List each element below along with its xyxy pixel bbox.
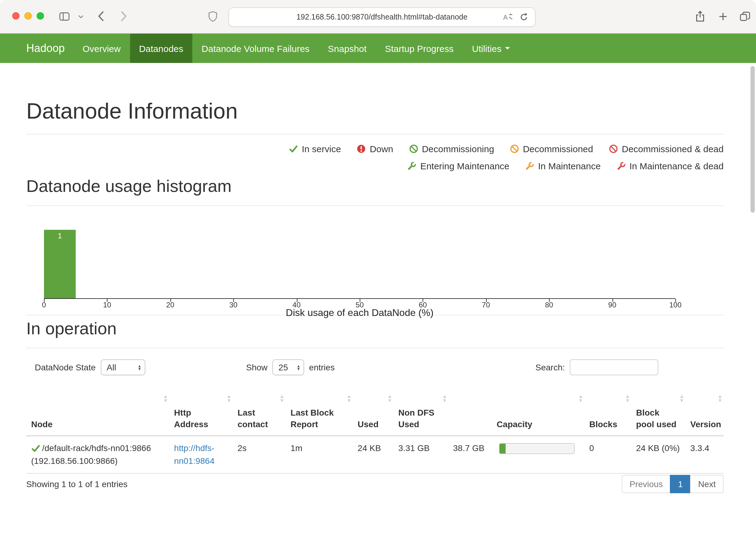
legend-decommissioning: Decommissioning: [409, 143, 494, 154]
pagination-next-button[interactable]: Next: [690, 475, 724, 493]
new-tab-button[interactable]: [718, 12, 728, 21]
check-icon: [31, 444, 40, 453]
url-text: 192.168.56.100:9870/dfshealth.html#tab-d…: [296, 13, 467, 21]
translate-icon: A: [503, 12, 513, 22]
browser-toolbar: 192.168.56.100:9870/dfshealth.html#tab-d…: [0, 0, 756, 34]
http-address-link[interactable]: http://hdfs-nn01:9864: [174, 443, 214, 466]
entries-select[interactable]: 25: [272, 359, 304, 375]
pagination: Previous 1 Next: [622, 475, 724, 493]
entries-label: entries: [309, 363, 335, 372]
column-header-non-dfs-used[interactable]: Non DFS Used: [393, 392, 448, 436]
url-field[interactable]: 192.168.56.100:9870/dfshealth.html#tab-d…: [228, 7, 536, 27]
status-legend: In service Down Decommissioning: [26, 142, 724, 172]
nav-item-utilities-label: Utilities: [472, 43, 502, 53]
sort-icon[interactable]: [625, 394, 630, 403]
nav-item-startup-progress[interactable]: Startup Progress: [376, 34, 463, 63]
blocks-cell: 0: [584, 436, 631, 473]
column-header-used[interactable]: Used: [353, 392, 393, 436]
exclamation-circle-icon: [357, 144, 366, 153]
nav-item-datanodes[interactable]: Datanodes: [130, 34, 192, 63]
ban-icon: [409, 144, 418, 153]
x-tick-labels: 0 10 20 30 40 50 60 70 80 90 100: [44, 299, 675, 310]
sidebar-menu-button[interactable]: [78, 15, 84, 19]
column-header-http-address[interactable]: Http Address: [169, 392, 233, 436]
back-button[interactable]: [98, 11, 104, 21]
sort-icon[interactable]: [280, 394, 285, 403]
traffic-light-close-button[interactable]: [12, 12, 20, 20]
legend-row: Entering Maintenance In Maintenance: [26, 159, 724, 172]
forward-button[interactable]: [121, 11, 127, 21]
chevron-down-icon: [78, 15, 84, 19]
sort-icon[interactable]: [578, 394, 583, 403]
wrench-icon: [616, 161, 626, 170]
sort-icon[interactable]: [163, 394, 168, 403]
hadoop-navbar: Hadoop Overview Datanodes Datanode Volum…: [0, 34, 756, 63]
legend-label: Entering Maintenance: [420, 160, 509, 171]
sort-icon[interactable]: [387, 394, 392, 403]
table-header-row: Node Http Address Last contact Last Bloc…: [26, 392, 724, 436]
ban-icon: [510, 144, 519, 153]
sort-icon[interactable]: [718, 394, 722, 403]
legend-label: In Maintenance: [538, 160, 601, 171]
table-row: /default-rack/hdfs-nn01:9866 (192.168.56…: [26, 436, 724, 473]
column-header-blocks[interactable]: Blocks: [584, 392, 631, 436]
reload-button[interactable]: [519, 12, 529, 22]
traffic-light-zoom-button[interactable]: [37, 12, 44, 20]
divider: [26, 134, 724, 134]
column-header-last-block-report[interactable]: Last Block Report: [285, 392, 353, 436]
column-header-node[interactable]: Node: [26, 392, 169, 436]
pagination-previous-button[interactable]: Previous: [622, 475, 671, 493]
sort-icon[interactable]: [442, 394, 447, 403]
column-header-version[interactable]: Version: [685, 392, 724, 436]
legend-row: In service Down Decommissioning: [26, 142, 724, 155]
block-pool-used-cell: 24 KB (0%): [631, 436, 685, 473]
search-control: Search:: [536, 359, 659, 375]
capacity-value: 38.7 GB: [453, 442, 485, 455]
nav-item-overview[interactable]: Overview: [73, 34, 130, 63]
sidebar-icon: [59, 12, 70, 21]
column-header-capacity[interactable]: Capacity: [448, 392, 584, 436]
x-tick-label: 60: [419, 301, 427, 309]
legend-down: Down: [357, 143, 393, 154]
privacy-report-button[interactable]: [208, 11, 217, 22]
sidebar-toggle-button[interactable]: [59, 12, 70, 21]
caret-down-icon: [505, 47, 510, 49]
nav-item-snapshot[interactable]: Snapshot: [319, 34, 376, 63]
share-icon: [695, 10, 705, 22]
capacity-progress-fill: [500, 443, 506, 453]
plus-icon: [718, 12, 728, 21]
x-tick-label: 20: [166, 301, 174, 309]
vertical-scrollbar[interactable]: [751, 66, 755, 213]
pagination-page-1-button[interactable]: 1: [670, 475, 691, 493]
sort-icon[interactable]: [679, 394, 684, 403]
nav-item-utilities[interactable]: Utilities: [463, 34, 519, 63]
traffic-light-minimize-button[interactable]: [24, 12, 32, 20]
navbar-brand[interactable]: Hadoop: [26, 34, 65, 63]
column-header-last-contact[interactable]: Last contact: [233, 392, 286, 436]
x-tick-label: 90: [608, 301, 616, 309]
legend-label: In service: [302, 143, 341, 154]
sort-icon[interactable]: [347, 394, 351, 403]
divider: [26, 348, 724, 348]
shield-icon: [208, 11, 217, 22]
legend-in-service: In service: [289, 143, 341, 154]
page-length-control: Show 25 entries: [246, 359, 335, 375]
capacity-progress-bar: [499, 443, 575, 454]
histogram-plot-area: 1: [44, 229, 675, 298]
translate-button[interactable]: A: [503, 12, 513, 22]
search-input[interactable]: [570, 359, 658, 375]
version-cell: 3.3.4: [685, 436, 724, 473]
x-tick-label: 70: [482, 301, 490, 309]
share-button[interactable]: [695, 10, 705, 22]
legend-label: Decommissioning: [422, 143, 494, 154]
entries-value: 25: [278, 363, 288, 372]
datanode-table: Node Http Address Last contact Last Bloc…: [26, 392, 724, 474]
column-header-block-pool-used[interactable]: Block pool used: [631, 392, 685, 436]
legend-decommissioned-dead: Decommissioned & dead: [609, 143, 724, 154]
table-controls: DataNode State All Show 25 entries Searc…: [26, 359, 724, 378]
select-stepper-icon: [137, 364, 141, 371]
nav-item-datanode-volume-failures[interactable]: Datanode Volume Failures: [192, 34, 319, 63]
datanode-state-select[interactable]: All: [100, 359, 145, 375]
tab-overview-button[interactable]: [740, 11, 751, 21]
sort-icon[interactable]: [227, 394, 231, 403]
